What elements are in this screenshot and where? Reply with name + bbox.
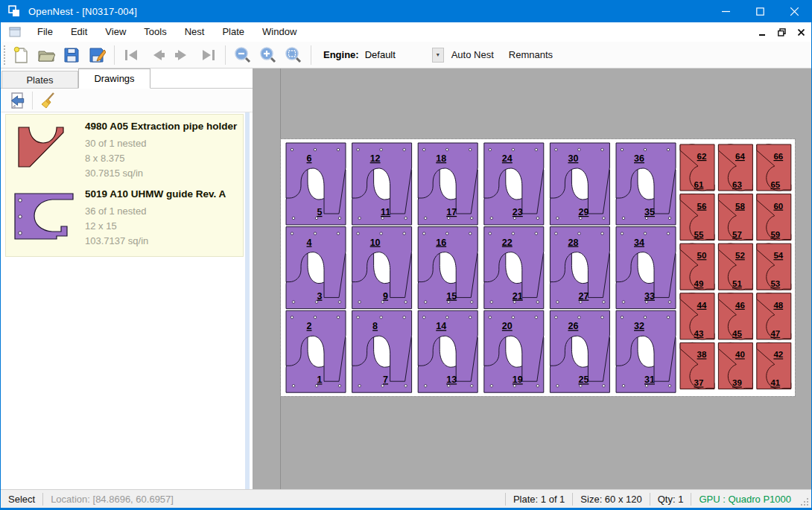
menu-nest[interactable]: Nest: [176, 22, 214, 42]
remnants-button[interactable]: Remnants: [501, 45, 560, 65]
svg-text:63: 63: [732, 180, 742, 189]
plate-sheet[interactable]: 6512111817242330293635431091615222128273…: [281, 139, 795, 396]
purple-part-pair[interactable]: 2019: [484, 310, 544, 392]
close-button[interactable]: [777, 0, 811, 22]
svg-text:28: 28: [568, 238, 578, 248]
menu-tools[interactable]: Tools: [135, 22, 175, 42]
drawing-title: 4980 A05 Extraction pipe holder: [85, 121, 240, 132]
menu-bar: File Edit View Tools Nest Plate Window: [1, 22, 811, 42]
red-part-pair[interactable]: 5655: [680, 194, 714, 240]
svg-text:49: 49: [694, 279, 704, 288]
drawings-toolbar: [1, 89, 253, 112]
drawing-list-item[interactable]: 4980 A05 Extraction pipe holder 30 of 1 …: [10, 119, 240, 181]
red-part-pair[interactable]: 4039: [718, 342, 752, 389]
red-part-pair[interactable]: 5049: [680, 243, 714, 290]
purple-part-pair[interactable]: 3231: [616, 310, 676, 392]
purple-part-pair[interactable]: 65: [286, 143, 346, 225]
engine-combobox[interactable]: Default ▾: [364, 47, 444, 63]
svg-text:25: 25: [578, 374, 589, 385]
red-part-pair[interactable]: 4645: [718, 293, 752, 340]
svg-text:60: 60: [773, 202, 783, 211]
purple-part-pair[interactable]: 2827: [550, 227, 609, 309]
drawing-list-item[interactable]: 5019 A10 UHMW guide Rev. A 36 of 1 neste…: [10, 187, 240, 249]
purple-part-pair[interactable]: 3433: [616, 227, 676, 309]
mdi-close-icon: [798, 29, 805, 36]
svg-text:10: 10: [370, 238, 381, 248]
purple-part-pair[interactable]: 109: [352, 227, 412, 309]
svg-text:12: 12: [370, 153, 381, 164]
zoom-extents-button[interactable]: [281, 44, 306, 66]
nest-canvas[interactable]: 6512111817242330293635431091615222128273…: [253, 68, 811, 489]
svg-text:2: 2: [307, 321, 312, 331]
save-as-button[interactable]: [84, 44, 110, 66]
purple-part-pair[interactable]: 21: [286, 310, 346, 392]
drawing-title: 5019 A10 UHMW guide Rev. A: [85, 188, 240, 200]
purple-part-pair[interactable]: 2625: [550, 310, 609, 392]
svg-text:58: 58: [735, 202, 745, 211]
tab-drawings[interactable]: Drawings: [78, 68, 150, 89]
auto-nest-button[interactable]: Auto Nest: [444, 45, 501, 65]
red-part-pair[interactable]: 5453: [757, 243, 791, 290]
red-part-pair[interactable]: 4241: [757, 342, 791, 389]
purple-part-pair[interactable]: 3635: [616, 143, 676, 225]
red-part-pair[interactable]: 5857: [718, 194, 752, 240]
first-plate-button[interactable]: [119, 44, 145, 66]
engine-dropdown-button[interactable]: ▾: [432, 48, 444, 63]
purple-part-pair[interactable]: 1615: [418, 227, 478, 309]
menu-plate[interactable]: Plate: [213, 22, 253, 42]
red-part-pair[interactable]: 6665: [757, 144, 791, 191]
panel-scrollbar[interactable]: [245, 112, 250, 489]
svg-text:24: 24: [502, 153, 513, 164]
mdi-minimize-icon: [759, 29, 766, 36]
red-part-pair[interactable]: 4443: [680, 293, 714, 340]
menu-file[interactable]: File: [28, 22, 62, 42]
purple-part-pair[interactable]: 87: [352, 310, 412, 392]
drawings-list: 4980 A05 Extraction pipe holder 30 of 1 …: [1, 112, 253, 489]
last-plate-button[interactable]: [195, 44, 221, 66]
mdi-restore-button[interactable]: [773, 25, 790, 39]
red-part-pair[interactable]: 5251: [718, 243, 752, 290]
svg-text:52: 52: [735, 251, 745, 260]
svg-text:33: 33: [644, 291, 655, 302]
purple-part-pair[interactable]: 43: [286, 227, 346, 309]
red-part-pair[interactable]: 4847: [757, 293, 791, 340]
previous-plate-button[interactable]: [145, 44, 170, 66]
red-part-pair[interactable]: 3837: [680, 342, 714, 389]
svg-text:39: 39: [732, 378, 742, 387]
save-button[interactable]: [59, 44, 84, 66]
svg-text:65: 65: [770, 180, 780, 189]
purple-part-pair[interactable]: 1413: [418, 310, 478, 392]
zoom-in-button[interactable]: [256, 44, 281, 66]
clear-drawings-button[interactable]: [36, 90, 60, 111]
menu-edit[interactable]: Edit: [62, 22, 96, 42]
maximize-button[interactable]: [743, 0, 777, 22]
svg-text:43: 43: [694, 329, 704, 338]
red-part-pair[interactable]: 6059: [757, 194, 791, 240]
red-part-pair[interactable]: 6463: [718, 144, 752, 191]
svg-text:41: 41: [770, 378, 780, 387]
status-bar: Select Location: [84.8696, 60.6957] Plat…: [1, 489, 811, 508]
status-location: Location: [84.8696, 60.6957]: [43, 494, 181, 505]
minimize-button[interactable]: [708, 0, 743, 22]
status-qty: Qty: 1: [650, 494, 691, 505]
next-plate-button[interactable]: [170, 44, 195, 66]
import-drawing-button[interactable]: [5, 90, 29, 111]
mdi-close-button[interactable]: [792, 25, 810, 39]
new-file-button[interactable]: [8, 44, 34, 66]
purple-part-pair[interactable]: 2423: [484, 143, 544, 225]
purple-part-pair[interactable]: 3029: [550, 143, 609, 225]
purple-part-pair[interactable]: 1817: [418, 143, 478, 225]
svg-text:55: 55: [694, 230, 704, 239]
resize-grip[interactable]: [799, 496, 809, 506]
svg-text:6: 6: [307, 153, 312, 164]
red-part-pair[interactable]: 6261: [680, 144, 714, 191]
menu-view[interactable]: View: [96, 22, 135, 42]
tab-plates[interactable]: Plates: [1, 71, 78, 88]
menu-window[interactable]: Window: [253, 22, 305, 42]
purple-part-pair[interactable]: 1211: [352, 143, 412, 225]
open-file-button[interactable]: [34, 44, 59, 66]
mdi-minimize-button[interactable]: [753, 25, 771, 39]
svg-text:62: 62: [697, 152, 707, 161]
purple-part-pair[interactable]: 2221: [484, 227, 544, 309]
zoom-out-button[interactable]: [230, 44, 256, 66]
